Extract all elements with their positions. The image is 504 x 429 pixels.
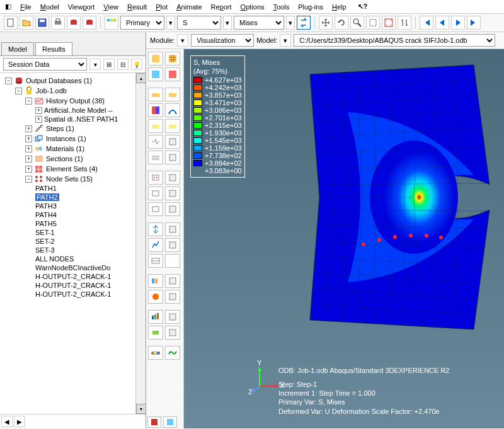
zoom-button[interactable] [350,16,364,30]
vis-tool-21[interactable] [148,222,163,236]
tree-history-item[interactable]: +Spatial di..NSET PATH1 [0,115,146,123]
viewport[interactable]: S, Mises (Avg: 75%) +4.627e+03+4.242e+03… [184,49,504,428]
vis-tool-17[interactable] [148,186,163,200]
vis-tool-1[interactable] [148,52,163,66]
vis-tool-19[interactable] [148,202,163,216]
tab-model[interactable]: Model [1,42,34,55]
tab-results[interactable]: Results [35,42,72,55]
bottom-tool-1[interactable] [147,416,161,428]
vis-tool-26[interactable] [165,254,180,268]
comp-nav2[interactable]: ▾ [286,16,295,30]
expand-icon[interactable]: + [35,116,42,123]
zoom-box-button[interactable] [366,16,380,30]
vis-tool-32[interactable] [165,310,180,324]
tree-nodeset-item[interactable]: H-OUTPUT-2_CRACK-1 [0,272,146,281]
collapse-icon[interactable]: − [5,77,12,84]
vis-tool-33[interactable] [148,326,163,340]
collapse-icon[interactable]: − [25,98,32,105]
tree-nodeset-item[interactable]: ALL NODES [0,255,146,263]
whats-this-icon[interactable]: ↖? [358,3,368,11]
expand-icon[interactable]: + [25,156,32,163]
menu-options[interactable]: Options [241,3,265,11]
vis-tool-20[interactable] [165,202,180,216]
vis-tool-6[interactable] [165,88,180,101]
menu-plot[interactable]: Plot [156,3,168,11]
tree-nodesets[interactable]: −Node Sets (15) [0,174,146,184]
menu-view[interactable]: View [103,3,118,11]
menu-viewport[interactable]: Viewport [68,3,95,11]
results-tree[interactable]: −Output Databases (1) −Job-1.odb −Histor… [0,73,146,414]
tree-nodeset-item[interactable]: PATH3 [0,202,146,210]
vis-tool-3[interactable] [148,67,163,81]
vis-tool-30[interactable] [165,290,180,304]
menu-animate[interactable]: Animate [176,3,202,11]
menu-file[interactable]: File [20,3,32,11]
menu-tools[interactable]: Tools [273,3,290,11]
collapse-icon[interactable]: − [25,176,32,183]
rotate-button[interactable] [335,16,348,30]
vis-tool-11[interactable] [148,135,163,149]
tree-instances[interactable]: +Instances (1) [0,134,146,144]
session-select[interactable]: Session Data [3,58,87,71]
model-nav[interactable]: ▾ [280,34,291,47]
vis-tool-13[interactable] [148,151,163,164]
vis-tool-27[interactable] [148,274,163,288]
tree-nodeset-item[interactable]: PATH5 [0,219,146,228]
vis-tool-16[interactable] [165,171,180,185]
tree-nodeset-item[interactable]: WarnNodeBCInactiveDo [0,263,146,272]
tree-nodeset-item[interactable]: SET-2 [0,237,146,246]
tree-sections[interactable]: +Sections (1) [0,154,146,164]
session-btn-3[interactable]: ⊟ [117,59,129,70]
tree-root[interactable]: −Output Databases (1) [0,76,146,86]
vis-tool-5[interactable] [148,88,163,101]
save-button[interactable] [35,16,49,30]
menu-model[interactable]: Model [40,3,59,11]
print-button[interactable] [51,16,65,30]
new-button[interactable] [4,16,18,30]
tree-nodeset-item[interactable]: SET-1 [0,228,146,237]
menu-report[interactable]: Report [211,3,232,11]
pan-button[interactable] [319,16,333,30]
sync-button[interactable] [297,16,311,30]
vis-tool-35[interactable] [148,346,163,360]
scroll-down-button[interactable]: ▾ [136,404,146,414]
field-output-button[interactable] [105,16,118,30]
vis-tool-9[interactable] [148,119,163,133]
variable-type-select[interactable]: Primary [120,16,164,30]
fit-button[interactable] [382,16,396,30]
expand-icon[interactable]: + [25,135,32,142]
tree-bottom-btn-2[interactable]: ▶ [14,416,25,427]
tree-scrollbar[interactable]: ▴ ▾ [135,73,146,414]
tree-history[interactable]: −History Output (38) [0,96,146,106]
expand-icon[interactable]: + [25,166,32,173]
vis-tool-2[interactable] [165,52,180,66]
tree-job[interactable]: −Job-1.odb [0,86,146,96]
cycle-button[interactable] [398,16,411,30]
vis-tool-10[interactable] [165,119,180,133]
session-btn-1[interactable]: ▾ [89,59,101,70]
menu-result[interactable]: Result [127,3,147,11]
comp-nav[interactable]: ▾ [223,16,232,30]
module-nav[interactable]: ▾ [177,34,188,47]
tree-nodeset-item[interactable]: PATH1 [0,184,146,193]
tree-steps[interactable]: +Steps (1) [0,123,146,134]
vis-tool-36[interactable] [165,346,180,360]
menu-plugins[interactable]: Plug-ins [298,3,323,11]
module-select[interactable]: Visualization [191,34,254,47]
vis-tool-34[interactable] [165,326,180,340]
vis-tool-12[interactable] [165,135,180,149]
vis-tool-18[interactable] [165,186,180,200]
vis-tool-29[interactable] [148,290,163,304]
tree-nodeset-item[interactable]: H-OUTPUT-2_CRACK-1 [0,290,146,299]
first-frame-button[interactable] [420,16,433,30]
vis-tool-14[interactable] [165,151,180,164]
tree-nodeset-item[interactable]: SET-3 [0,246,146,255]
collapse-icon[interactable]: − [15,88,22,94]
tree-nodeset-item[interactable]: PATH4 [0,210,146,219]
tree-bottom-btn-1[interactable]: ◀ [1,416,13,427]
scroll-up-button[interactable]: ▴ [136,73,146,83]
db-button-2[interactable] [83,16,96,30]
vis-tool-7[interactable] [148,103,163,117]
vis-tool-8[interactable] [165,103,180,117]
vis-tool-22[interactable] [165,222,180,236]
